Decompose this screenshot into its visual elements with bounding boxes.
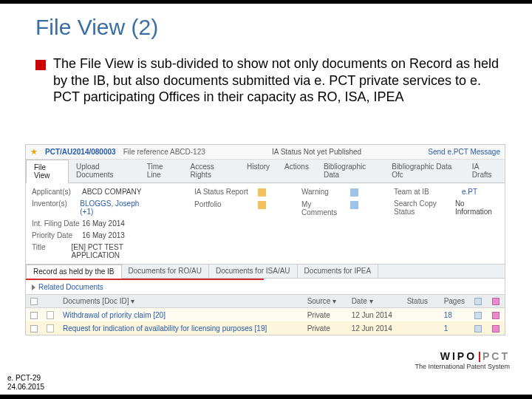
bullet-text: The File View is sub-divided to show not… bbox=[53, 55, 502, 106]
slide-title: File View (2) bbox=[35, 15, 158, 40]
tab-actions[interactable]: Actions bbox=[277, 160, 316, 183]
doc-name[interactable]: Withdrawal of priority claim [20] bbox=[58, 308, 303, 321]
bullet-marker bbox=[35, 60, 46, 70]
doc-source: Private bbox=[303, 321, 347, 335]
col-status[interactable]: Status bbox=[403, 295, 440, 308]
app-header: ★ PCT/AU2014/080003 File reference ABCD-… bbox=[26, 145, 505, 160]
table-row[interactable]: Withdrawal of priority claim [20] Privat… bbox=[26, 308, 505, 321]
col-source[interactable]: Source ▾ bbox=[303, 295, 347, 308]
delete-icon[interactable] bbox=[492, 312, 499, 319]
label-warning: Warning bbox=[301, 188, 349, 197]
comment-icon[interactable] bbox=[350, 201, 358, 209]
subtab-record-ib[interactable]: Record as held by the IB bbox=[26, 265, 122, 279]
footer-date: 24.06.2015 bbox=[7, 383, 44, 392]
col-pages[interactable]: Pages bbox=[440, 295, 469, 308]
epct-screenshot: ★ PCT/AU2014/080003 File reference ABCD-… bbox=[25, 144, 505, 335]
star-icon[interactable]: ★ bbox=[30, 147, 38, 157]
table-header-row: Documents [Doc ID] ▾ Source ▾ Date ▾ Sta… bbox=[26, 295, 505, 308]
value-filing-date: 16 May 2014 bbox=[82, 219, 125, 228]
tab-history[interactable]: History bbox=[239, 160, 277, 183]
label-comments: My Comments bbox=[301, 200, 349, 216]
disclosure-triangle-icon bbox=[32, 284, 35, 290]
doc-status bbox=[403, 308, 440, 321]
file-reference: File reference ABCD-123 bbox=[123, 148, 205, 156]
subtab-ipea[interactable]: Documents for IPEA bbox=[298, 265, 379, 278]
document-icon[interactable] bbox=[258, 188, 266, 197]
folder-icon[interactable] bbox=[258, 201, 266, 209]
label-search-copy: Search Copy Status bbox=[394, 200, 455, 216]
warning-icon[interactable] bbox=[350, 188, 358, 197]
main-tabs: File View Upload Documents Time Line Acc… bbox=[26, 160, 505, 183]
value-title: [EN] PCT TEST APPLICATION bbox=[72, 243, 151, 259]
download-icon[interactable] bbox=[474, 325, 482, 332]
bullet-block: The File View is sub-divided to show not… bbox=[35, 55, 502, 106]
doc-date: 12 Jun 2014 bbox=[347, 308, 403, 321]
slide-footer: e. PCT-29 24.06.2015 bbox=[4, 372, 47, 393]
label-ia-status-report: IA Status Report bbox=[194, 188, 256, 197]
label-title: Title bbox=[32, 243, 72, 259]
tab-bib-data-ofc[interactable]: Bibliographic Data Ofc bbox=[384, 160, 465, 183]
label-filing-date: Int. Filing Date bbox=[32, 219, 82, 228]
doc-pages[interactable]: 18 bbox=[440, 308, 469, 321]
label-inventors: Inventor(s) bbox=[32, 200, 80, 216]
wipo-logo: WIPO bbox=[440, 350, 477, 362]
info-panel: Applicant(s)ABCD COMPANY Inventor(s)BLOG… bbox=[26, 183, 505, 264]
value-search-copy: No Information bbox=[455, 200, 499, 216]
delete-icon[interactable] bbox=[492, 325, 499, 332]
tab-ia-drafts[interactable]: IA Drafts bbox=[465, 160, 505, 183]
send-message-link[interactable]: Send e.PCT Message bbox=[428, 148, 500, 156]
label-priority-date: Priority Date bbox=[32, 231, 82, 239]
footer-code: e. PCT-29 bbox=[7, 374, 44, 383]
tab-file-view[interactable]: File View bbox=[26, 160, 69, 183]
col-date[interactable]: Date ▾ bbox=[347, 295, 403, 308]
select-all-checkbox[interactable] bbox=[30, 298, 38, 305]
doc-date: 12 Jun 2014 bbox=[347, 321, 403, 335]
value-applicants: ABCD COMPANY bbox=[82, 188, 141, 196]
action-header-icon[interactable] bbox=[492, 298, 499, 305]
label-team-ib: Team at IB bbox=[394, 188, 462, 196]
subtab-isa-au[interactable]: Documents for ISA/AU bbox=[209, 265, 298, 278]
related-documents-toggle[interactable]: Related Documents bbox=[26, 280, 505, 294]
label-portfolio: Portfolio bbox=[194, 200, 256, 209]
row-checkbox[interactable] bbox=[30, 312, 38, 319]
document-icon[interactable] bbox=[47, 324, 54, 332]
download-icon[interactable] bbox=[474, 312, 482, 319]
table-row[interactable]: Request for indication of availability f… bbox=[26, 321, 505, 335]
documents-table: Documents [Doc ID] ▾ Source ▾ Date ▾ Sta… bbox=[26, 294, 505, 335]
row-checkbox[interactable] bbox=[30, 325, 38, 332]
subtab-ro-au[interactable]: Documents for RO/AU bbox=[122, 265, 209, 278]
doc-name[interactable]: Request for indication of availability f… bbox=[58, 321, 303, 335]
branding: WIPO|PCT The International Patent System bbox=[415, 350, 510, 371]
doc-pages[interactable]: 1 bbox=[440, 321, 469, 335]
col-documents[interactable]: Documents [Doc ID] ▾ bbox=[58, 295, 303, 308]
related-documents-label: Related Documents bbox=[38, 283, 103, 291]
tab-access-rights[interactable]: Access Rights bbox=[183, 160, 239, 183]
tab-upload-documents[interactable]: Upload Documents bbox=[69, 160, 140, 183]
document-icon[interactable] bbox=[47, 311, 54, 319]
tagline: The International Patent System bbox=[415, 364, 510, 371]
doc-source: Private bbox=[303, 308, 347, 321]
value-inventors[interactable]: BLOGGS, Joseph (+1) bbox=[80, 200, 151, 216]
record-sub-tabs: Record as held by the IB Documents for R… bbox=[26, 264, 505, 279]
tab-time-line[interactable]: Time Line bbox=[140, 160, 183, 183]
tab-bib-data[interactable]: Bibliographic Data bbox=[316, 160, 384, 183]
pct-id[interactable]: PCT/AU2014/080003 bbox=[45, 148, 116, 156]
download-header-icon[interactable] bbox=[474, 298, 482, 305]
label-applicants: Applicant(s) bbox=[32, 188, 82, 196]
value-priority-date: 16 May 2013 bbox=[82, 231, 125, 239]
ia-status: IA Status Not yet Published bbox=[272, 148, 361, 156]
value-team-ib[interactable]: e.PT bbox=[462, 188, 477, 196]
pct-logo: PCT bbox=[482, 350, 510, 362]
doc-status bbox=[403, 321, 440, 335]
